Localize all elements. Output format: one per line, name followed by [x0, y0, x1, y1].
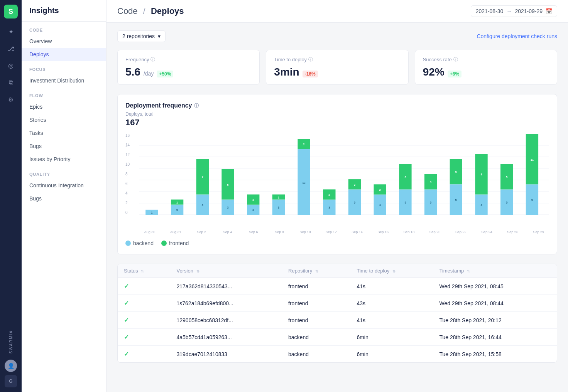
- metric-label-frequency: Frequency ⓘ: [125, 56, 252, 63]
- info-icon-successrate: ⓘ: [453, 56, 458, 63]
- breadcrumb: Code / Deploys: [117, 6, 184, 16]
- status-icon: ✓: [124, 283, 129, 289]
- svg-text:6: 6: [227, 183, 228, 187]
- repository-cell: backend: [282, 329, 350, 346]
- sidebar-item-deploys[interactable]: Deploys: [22, 48, 106, 61]
- sidebar-section-flow: FLOW: [22, 87, 106, 100]
- col-header-time-to-deploy[interactable]: Time to deploy ⇅: [350, 264, 433, 278]
- nav-icon-gear[interactable]: ⚙: [4, 93, 18, 106]
- table-row: ✓ 1290058cebc68312df... frontend 41s Tue…: [118, 312, 557, 329]
- svg-text:6: 6: [455, 198, 457, 202]
- breadcrumb-separator: /: [143, 6, 145, 16]
- sidebar-title: Insights: [22, 0, 106, 22]
- svg-text:3: 3: [430, 180, 431, 184]
- version-cell: 1s762a184b69efd800...: [171, 295, 282, 312]
- svg-text:3: 3: [227, 206, 228, 209]
- badge-timetodeploy: -16%: [303, 71, 318, 77]
- svg-text:2: 2: [328, 193, 330, 197]
- sidebar-item-issues-by-priority[interactable]: Issues by Priority: [22, 153, 106, 166]
- sidebar-item-stories[interactable]: Stories: [22, 113, 106, 126]
- sidebar-item-overview[interactable]: Overview: [22, 35, 106, 48]
- sidebar-section-code: CODE: [22, 22, 106, 35]
- version-cell: 319dcae7012410833: [171, 346, 282, 363]
- table-row: ✓ 4a5b57cd41a059263... backend 6min Tue …: [118, 329, 557, 346]
- time-cell: 43s: [350, 295, 433, 312]
- sidebar-item-investment-distribution[interactable]: Investment Distribution: [22, 74, 106, 87]
- svg-text:2: 2: [303, 143, 305, 146]
- sidebar-item-epics[interactable]: Epics: [22, 100, 106, 113]
- breadcrumb-parent[interactable]: Code: [117, 6, 138, 16]
- chart-total: 167: [125, 118, 549, 128]
- app-logo[interactable]: S: [4, 5, 18, 19]
- icon-bar: S ✦ ⎇ ◎ ⧉ ⚙ SWARMIA 👤 G: [0, 0, 22, 392]
- chart-legend: backend frontend: [125, 240, 549, 246]
- nav-icon-layers[interactable]: ⧉: [4, 76, 18, 89]
- repo-selector[interactable]: 2 repositories ▾: [117, 30, 166, 42]
- time-cell: 41s: [350, 312, 433, 329]
- nav-icon-branch[interactable]: ⎇: [4, 42, 18, 56]
- sidebar-section-focus: FOCUS: [22, 61, 106, 74]
- info-icon-chart: ⓘ: [194, 103, 199, 109]
- svg-text:2: 2: [252, 198, 254, 202]
- user-avatar[interactable]: 👤: [5, 360, 17, 372]
- date-to: 2021-09-29: [515, 8, 543, 14]
- badge-successrate: +6%: [448, 71, 462, 77]
- configure-link[interactable]: Configure deployment check runs: [477, 33, 557, 39]
- svg-text:2: 2: [354, 183, 355, 187]
- metric-card-frequency: Frequency ⓘ 5.6 /day +50%: [117, 50, 260, 85]
- table-row: ✓ 319dcae7012410833 backend 6min Tue 28t…: [118, 346, 557, 363]
- sidebar-section-quality: QUALITY: [22, 166, 106, 179]
- col-header-timestamp[interactable]: Timestamp ⇅: [433, 264, 557, 278]
- sidebar-item-bugs[interactable]: Bugs: [22, 140, 106, 153]
- nav-icon-circle[interactable]: ◎: [4, 59, 18, 72]
- legend-dot-frontend: [161, 241, 167, 246]
- time-cell: 6min: [350, 329, 433, 346]
- svg-text:7: 7: [202, 175, 203, 179]
- repository-cell: backend: [282, 346, 350, 363]
- sidebar-item-quality-bugs[interactable]: Bugs: [22, 192, 106, 205]
- chevron-down-icon: ▾: [158, 33, 161, 39]
- timestamp-cell: Tue 28th Sep 2021, 15:58: [433, 346, 557, 363]
- status-icon: ✓: [124, 351, 129, 357]
- table-row: ✓ 217a362d814330543... frontend 41s Wed …: [118, 278, 557, 295]
- svg-text:6: 6: [531, 198, 533, 202]
- sidebar-item-continuous-integration[interactable]: Continuous Integration: [22, 179, 106, 192]
- repository-cell: frontend: [282, 295, 350, 312]
- time-cell: 41s: [350, 278, 433, 295]
- col-header-status[interactable]: Status ⇅: [118, 264, 171, 278]
- status-icon: ✓: [124, 300, 129, 306]
- timestamp-cell: Tue 28th Sep 2021, 20:12: [433, 312, 557, 329]
- swarmia-label: SWARMIA: [9, 330, 13, 353]
- col-header-repository[interactable]: Repository ⇅: [282, 264, 350, 278]
- col-header-version[interactable]: Version ⇅: [171, 264, 282, 278]
- svg-text:3: 3: [328, 206, 330, 209]
- main-content: Code / Deploys 2021-08-30 → 2021-09-29 📅…: [106, 0, 568, 392]
- metric-label-timetodeploy: Time to deploy ⓘ: [274, 56, 400, 63]
- sidebar-item-tasks[interactable]: Tasks: [22, 126, 106, 140]
- nav-icon-sparkle[interactable]: ✦: [4, 25, 18, 39]
- svg-text:3: 3: [278, 206, 279, 209]
- legend-label-backend: backend: [133, 240, 154, 246]
- badge-frequency: +50%: [157, 71, 173, 77]
- version-cell: 1290058cebc68312df...: [171, 312, 282, 329]
- controls-row: 2 repositories ▾ Configure deployment ch…: [117, 30, 557, 42]
- metric-cards: Frequency ⓘ 5.6 /day +50% Time to deploy…: [117, 50, 557, 85]
- top-bar: Code / Deploys 2021-08-30 → 2021-09-29 📅: [106, 0, 568, 23]
- metric-value-successrate: 92% +6%: [423, 66, 549, 78]
- date-range-picker[interactable]: 2021-08-30 → 2021-09-29 📅: [471, 5, 557, 17]
- date-arrow-icon: →: [506, 8, 512, 14]
- metric-card-success-rate: Success rate ⓘ 92% +6%: [415, 50, 557, 85]
- deploys-table: Status ⇅ Version ⇅ Repository ⇅ Time to …: [117, 264, 557, 363]
- g-button[interactable]: G: [5, 375, 17, 387]
- status-icon: ✓: [124, 317, 129, 323]
- metric-card-time-to-deploy: Time to deploy ⓘ 3min -16%: [266, 50, 408, 85]
- table-row: ✓ 1s762a184b69efd800... frontend 43s Wed…: [118, 295, 557, 312]
- svg-text:2: 2: [252, 208, 254, 212]
- breadcrumb-current: Deploys: [151, 6, 184, 16]
- content-area: 2 repositories ▾ Configure deployment ch…: [106, 23, 568, 392]
- sidebar: Insights CODE Overview Deploys FOCUS Inv…: [22, 0, 106, 392]
- info-icon-frequency: ⓘ: [150, 56, 155, 63]
- svg-text:13: 13: [303, 181, 306, 185]
- timestamp-cell: Wed 29th Sep 2021, 08:45: [433, 278, 557, 295]
- svg-text:8: 8: [480, 173, 482, 176]
